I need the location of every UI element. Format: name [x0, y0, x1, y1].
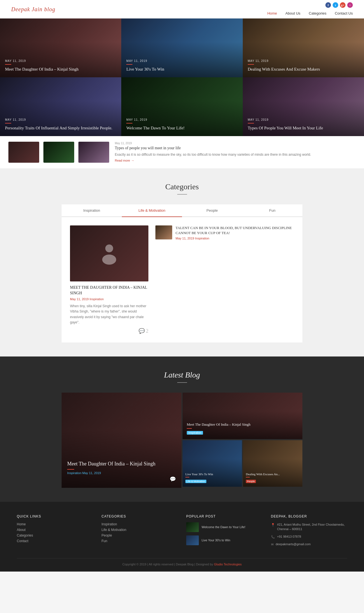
cat-side-item-1[interactable]: TALENT CAN BE IN YOUR BLOOD, BUT UNDERVA… — [155, 225, 294, 240]
nav-categories[interactable]: Categories — [309, 11, 326, 15]
latest-small-badge-2: People — [246, 480, 256, 483]
latest-side-top[interactable]: Meet The Daughter Of India – Kinjal Sing… — [183, 393, 302, 439]
latest-grid: Meet The Daughter Of India – Kinjal Sing… — [62, 393, 302, 488]
latest-blog-section: Latest Blog Meet The Daughter Of India –… — [0, 356, 364, 502]
google-plus-icon[interactable]: g+ — [340, 2, 346, 8]
main-nav: Home About Us Categories Contact Us — [267, 11, 353, 15]
footer-bottom: Copyright © 2019 | All rights reserved |… — [17, 558, 347, 566]
site-logo[interactable]: Deepak Jain blog — [11, 6, 55, 13]
nav-about[interactable]: About Us — [285, 11, 300, 15]
header: f t g+ ○ Deepak Jain blog Home About Us … — [0, 0, 364, 18]
hero-divider-4 — [5, 123, 11, 123]
cat-side-posts: TALENT CAN BE IN YOUR BLOOD, BUT UNDERVA… — [155, 225, 294, 334]
hero-title-2: Live Your 30's To Win — [126, 66, 237, 72]
footer: QUICK LINKS Home About Categories Contac… — [0, 502, 364, 572]
hero-title-1: Meet The Daughter Of India – Kinjal Sing… — [5, 66, 116, 72]
hero-post-1[interactable]: MAY 11, 2019 Meet The Daughter Of India … — [0, 18, 121, 77]
latest-side: Meet The Daughter Of India – Kinjal Sing… — [183, 393, 302, 488]
hero-content-4: MAY 11, 2019 Personality Traits Of Influ… — [5, 118, 116, 131]
latest-small-post-2[interactable]: Dealing With Excuses An... People — [243, 440, 302, 487]
category-tabs: Inspiration Life & Motivation People Fun — [62, 204, 302, 217]
hero-content-6: MAY 11, 2019 Types Of People You Will Me… — [248, 118, 359, 131]
cat-main-post: MEET THE DAUGHTER OF INDIA – KINJAL SING… — [70, 225, 148, 334]
footer-credit-link[interactable]: Gludio Technologies — [214, 563, 242, 566]
footer-quick-links-title: QUICK LINKS — [17, 514, 93, 518]
latest-small-content-2: Dealing With Excuses An... People — [246, 472, 300, 483]
hero-title-5: Welcome The Dawn To Your Life! — [126, 125, 237, 131]
footer-cat-inspiration[interactable]: Inspiration — [102, 522, 178, 526]
latest-main-meta: Inspiration May 11, 2019 — [67, 471, 176, 475]
location-icon: 📍 — [271, 523, 275, 527]
cat-side-info-1: TALENT CAN BE IN YOUR BLOOD, BUT UNDERVA… — [176, 225, 294, 240]
social-links: f t g+ ○ — [325, 2, 353, 8]
latest-small-post-1[interactable]: Live Your 30's To Win Life & Motivation — [183, 440, 242, 487]
facebook-icon[interactable]: f — [325, 2, 331, 8]
nav-contact[interactable]: Contact Us — [335, 11, 353, 15]
hero-content-1: MAY 11, 2019 Meet The Daughter Of India … — [5, 59, 116, 72]
footer-address: 📍 #21, Ariani Muthu Street, 2nd Floor Ch… — [271, 522, 347, 532]
cat-main-image — [70, 225, 148, 281]
recent-excerpt: Exactly as it is so difficult to measure… — [115, 152, 356, 157]
categories-divider — [177, 194, 187, 195]
hero-divider-6 — [248, 123, 254, 123]
latest-comment-icon: 💬 — [67, 476, 176, 482]
recent-posts: May 11, 2019 Types of people you will me… — [0, 136, 364, 168]
categories-section: Categories Inspiration Life & Motivation… — [0, 168, 364, 356]
latest-main-category: Inspiration — [67, 471, 81, 475]
footer-popular-post-title-1: Welcome the Dawn to Your Life! — [202, 525, 245, 529]
footer-popular-thumb-2 — [186, 535, 199, 545]
hero-grid: MAY 11, 2019 Meet The Daughter Of India … — [0, 18, 364, 136]
footer-blogger-title: DEEPAK, BLOGGER — [271, 514, 347, 518]
footer-cat-fun[interactable]: Fun — [102, 539, 178, 543]
latest-blog-title: Latest Blog — [0, 370, 364, 379]
footer-link-home[interactable]: Home — [17, 522, 93, 526]
footer-link-contact[interactable]: Contact — [17, 539, 93, 543]
recent-info: May 11, 2019 Types of people you will me… — [113, 142, 356, 162]
latest-main-divider — [67, 469, 74, 470]
footer-cat-people[interactable]: People — [102, 533, 178, 537]
hero-date-5: MAY 11, 2019 — [126, 118, 237, 121]
hero-post-2[interactable]: MAY 11, 2019 Live Your 30's To Win — [121, 18, 242, 77]
footer-popular-post-title-2: Live Your 30's to Win — [202, 538, 230, 542]
footer-cat-life[interactable]: Life & Motivation — [102, 528, 178, 532]
recent-thumb-2 — [43, 142, 74, 163]
instagram-icon[interactable]: ○ — [347, 2, 353, 8]
latest-main-post[interactable]: Meet The Daughter Of India – Kinjal Sing… — [62, 393, 181, 488]
svg-point-0 — [105, 244, 113, 252]
read-more-link[interactable]: Read more — [115, 159, 356, 162]
hero-divider-3 — [248, 64, 254, 65]
hero-date-1: MAY 11, 2019 — [5, 59, 116, 62]
footer-popular-1[interactable]: Welcome the Dawn to Your Life! — [186, 522, 263, 532]
recent-thumb-3 — [78, 142, 109, 163]
footer-grid: QUICK LINKS Home About Categories Contac… — [17, 514, 347, 550]
hero-post-4[interactable]: MAY 11, 2019 Personality Traits Of Influ… — [0, 77, 121, 136]
hero-divider-1 — [5, 64, 11, 65]
latest-side-divider — [187, 428, 192, 429]
latest-side-bottom: Live Your 30's To Win Life & Motivation … — [183, 440, 302, 487]
hero-post-5[interactable]: MAY 11, 2019 Welcome The Dawn To Your Li… — [121, 77, 242, 136]
recent-title: Types of people you will meet in your li… — [115, 146, 356, 150]
hero-post-6[interactable]: MAY 11, 2019 Types Of People You Will Me… — [243, 77, 364, 136]
cat-main-category: Inspiration — [90, 297, 104, 301]
footer-link-categories[interactable]: Categories — [17, 533, 93, 537]
latest-blog-divider — [177, 382, 187, 383]
tab-life-motivation[interactable]: Life & Motivation — [122, 204, 182, 217]
footer-popular-2[interactable]: Live Your 30's to Win — [186, 535, 263, 545]
comment-icon: 💬 2 — [70, 328, 148, 334]
hero-post-3[interactable]: MAY 11, 2019 Dealing With Excuses And Ex… — [243, 18, 364, 77]
latest-small-divider-1 — [185, 477, 189, 477]
latest-small-badge-1: Life & Motivation — [185, 480, 206, 483]
nav-home[interactable]: Home — [267, 11, 277, 15]
tab-fun[interactable]: Fun — [242, 204, 302, 217]
tab-inspiration[interactable]: Inspiration — [62, 204, 122, 217]
twitter-icon[interactable]: t — [333, 2, 338, 8]
footer-link-about[interactable]: About — [17, 528, 93, 532]
hero-divider-2 — [126, 64, 132, 65]
hero-title-6: Types Of People You Will Meet In Your Li… — [248, 125, 359, 131]
tab-people[interactable]: People — [182, 204, 242, 217]
cat-side-meta-1: May 11, 2019 Inspiration — [176, 237, 294, 240]
footer-popular: POPULAR POST Welcome the Dawn to Your Li… — [186, 514, 263, 550]
latest-side-top-title: Meet The Daughter Of India – Kinjal Sing… — [187, 422, 298, 427]
hero-divider-5 — [126, 123, 132, 123]
hero-title-3: Dealing With Excuses And Excuse Makers — [248, 66, 359, 72]
